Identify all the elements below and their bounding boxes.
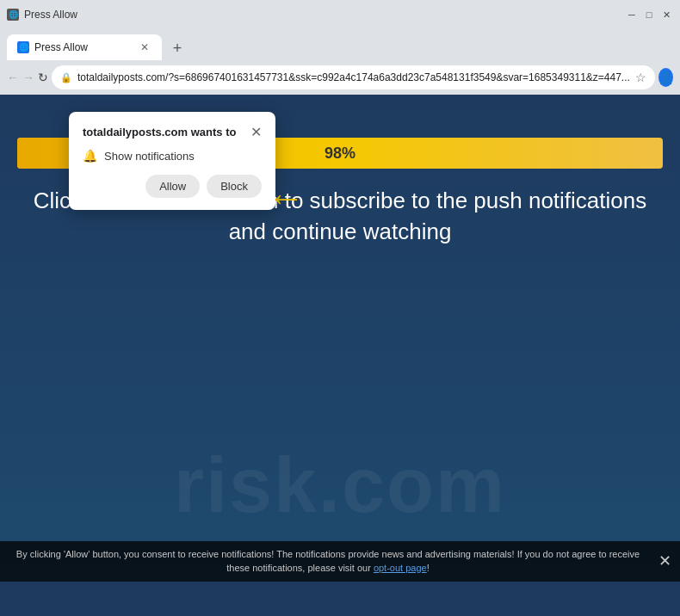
page-content: risk.com 98% Click the «Allow» button to… xyxy=(0,95,680,582)
tab-favicon: 🌐 xyxy=(7,9,19,21)
menu-button[interactable]: ⋮ xyxy=(677,70,680,86)
allow-button[interactable]: Allow xyxy=(145,175,200,198)
watermark: risk.com xyxy=(174,441,506,530)
opt-out-link[interactable]: opt-out page xyxy=(374,563,427,573)
reload-button[interactable]: ↻ xyxy=(38,65,48,89)
bottom-bar-close-button[interactable]: ✕ xyxy=(658,551,671,572)
active-tab[interactable]: 🌐 Press Allow ✕ xyxy=(7,34,162,60)
popup-notification-row: 🔔 Show notifications xyxy=(83,149,262,163)
profile-button[interactable]: 👤 xyxy=(658,68,673,87)
bottom-bar-text: By clicking 'Allow' button, you consent … xyxy=(16,549,640,572)
nav-bar: ← → ↻ 🔒 totaldailyposts.com/?s=686967401… xyxy=(0,60,680,95)
url-text: totaldailyposts.com/?s=68696740163145773… xyxy=(77,71,630,83)
new-tab-button[interactable]: + xyxy=(165,36,189,60)
restore-button[interactable]: □ xyxy=(642,8,656,22)
popup-close-button[interactable]: ✕ xyxy=(250,124,262,140)
minimize-button[interactable]: ─ xyxy=(625,8,639,22)
popup-title: totaldailyposts.com wants to xyxy=(83,126,236,139)
popup-site-name: totaldailyposts.com xyxy=(83,126,188,139)
tab-bar: 🌐 Press Allow ✕ + xyxy=(0,29,680,60)
bookmark-icon[interactable]: ☆ xyxy=(635,71,646,84)
bell-icon: 🔔 xyxy=(83,149,97,163)
tab-title: Press Allow xyxy=(34,41,133,53)
bottom-bar-text-end: ! xyxy=(427,563,430,573)
popup-title-suffix: wants to xyxy=(188,126,236,139)
popup-notification-label: Show notifications xyxy=(104,150,195,163)
address-bar[interactable]: 🔒 totaldailyposts.com/?s=686967401631457… xyxy=(52,65,655,89)
site-security-icon: 🔒 xyxy=(60,71,72,83)
tab-icon: 🌐 xyxy=(17,41,29,53)
block-button[interactable]: Block xyxy=(207,175,262,198)
tab-close-button[interactable]: ✕ xyxy=(138,40,151,54)
title-bar-text: Press Allow xyxy=(24,9,77,21)
back-button[interactable]: ← xyxy=(7,65,19,89)
progress-text: 98% xyxy=(325,145,355,163)
close-window-button[interactable]: ✕ xyxy=(659,8,673,22)
window-controls: ─ □ ✕ xyxy=(625,8,673,22)
bottom-notification-bar: By clicking 'Allow' button, you consent … xyxy=(0,541,680,582)
popup-header: totaldailyposts.com wants to ✕ xyxy=(83,124,262,140)
popup-buttons: Allow Block xyxy=(83,175,262,198)
title-bar: 🌐 Press Allow ─ □ ✕ xyxy=(0,0,680,29)
notification-popup: totaldailyposts.com wants to ✕ 🔔 Show no… xyxy=(69,112,275,210)
forward-button[interactable]: → xyxy=(22,65,34,89)
